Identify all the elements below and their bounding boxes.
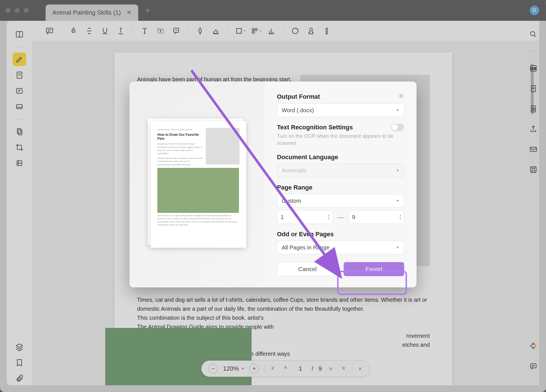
output-format-label: Output Format xyxy=(277,93,320,100)
stepper-up-icon[interactable]: ▲ xyxy=(328,214,330,217)
odd-even-select[interactable]: All Pages in Range▼ xyxy=(277,241,404,254)
export-dialog: Lorem ipsum dolor sit amet consec How to… xyxy=(129,82,417,287)
chevron-down-icon: ▼ xyxy=(396,168,399,172)
export-form: Output Format Word (.docx)▼ Text Recogni… xyxy=(265,82,417,287)
ocr-label: Text Recognition Settings xyxy=(277,124,353,131)
preview-thumbnail-image xyxy=(206,128,240,165)
app-window: Animal Painting Skills (1) ✕ + R xyxy=(0,0,546,392)
stepper-down-icon[interactable]: ▼ xyxy=(328,217,330,220)
range-to-input[interactable]: 9▲▼ xyxy=(348,210,404,224)
export-button[interactable]: Export xyxy=(344,262,404,276)
stepper-down-icon[interactable]: ▼ xyxy=(399,217,402,220)
svg-point-27 xyxy=(400,95,402,97)
language-label: Document Language xyxy=(277,154,338,161)
page-range-select[interactable]: Custom▼ xyxy=(277,194,404,208)
chevron-down-icon: ▼ xyxy=(396,199,399,203)
preview-page-front: Lorem ipsum dolor sit amet consec How to… xyxy=(151,121,246,248)
output-format-select[interactable]: Word (.docx)▼ xyxy=(277,103,404,117)
range-from-input[interactable]: 1▲▼ xyxy=(277,210,333,224)
preview-text: cillum dolore eu fugiat nulla pariatur e… xyxy=(157,214,240,227)
export-preview-pane: Lorem ipsum dolor sit amet consec How to… xyxy=(129,82,265,287)
odd-even-label: Odd or Even Pages xyxy=(277,231,334,238)
chevron-down-icon: ▼ xyxy=(396,108,399,112)
ocr-helper-text: Turn on the OCR when the document appear… xyxy=(277,133,404,147)
stepper-up-icon[interactable]: ▲ xyxy=(399,214,402,217)
page-range-label: Page Range xyxy=(277,184,312,191)
settings-gear-icon[interactable] xyxy=(398,93,404,101)
range-dash: — xyxy=(337,213,344,221)
language-select[interactable]: Automatic▼ xyxy=(277,164,404,177)
cancel-button[interactable]: Cancel xyxy=(277,262,338,276)
chevron-down-icon: ▼ xyxy=(396,245,399,249)
preview-thumbnail-image xyxy=(157,168,239,213)
preview-page-stack: Lorem ipsum dolor sit amet consec How to… xyxy=(148,118,246,251)
ocr-toggle[interactable] xyxy=(391,124,404,131)
